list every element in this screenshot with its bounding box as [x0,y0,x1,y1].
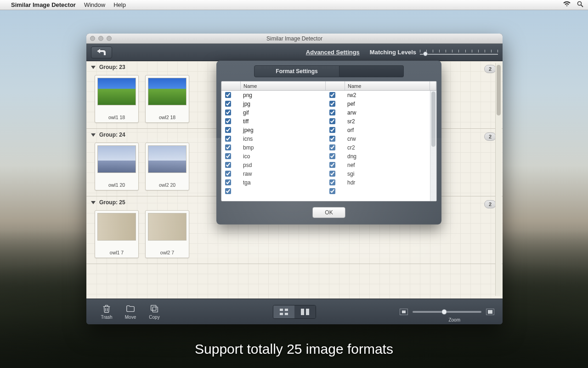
format-checkbox[interactable] [225,171,231,177]
svg-rect-10 [402,310,406,313]
format-row[interactable]: png [221,91,326,99]
format-row[interactable]: orf [326,126,430,134]
header-checkbox-col[interactable] [221,81,241,90]
format-row[interactable]: gif [221,108,326,117]
format-row[interactable] [221,187,326,196]
format-row[interactable]: arw [326,108,430,117]
format-checkbox[interactable] [225,101,231,107]
format-checkbox[interactable] [329,144,335,150]
format-checkbox[interactable] [225,118,231,124]
format-checkbox[interactable] [225,144,231,150]
format-checkbox[interactable] [329,92,335,98]
format-checkbox[interactable] [329,153,335,159]
format-row[interactable]: icns [221,134,326,143]
format-checkbox[interactable] [329,101,335,107]
slider-thumb[interactable] [423,52,428,56]
zoom-in-button[interactable] [486,309,494,315]
format-checkbox[interactable] [225,153,231,159]
format-row[interactable]: nef [326,161,430,169]
zoom-out-button[interactable] [400,309,408,315]
thumbnail-card[interactable]: owl1 20 [95,143,139,190]
matching-levels-slider[interactable] [420,48,498,57]
table-scrollbar[interactable] [430,91,436,201]
scrollbar-handle[interactable] [497,65,501,115]
format-checkbox[interactable] [225,162,231,168]
copy-icon [149,304,159,314]
trash-button[interactable]: Trash [95,304,119,320]
format-checkbox[interactable] [225,127,231,133]
format-checkbox[interactable] [225,92,231,98]
format-checkbox[interactable] [329,136,335,142]
disclosure-triangle-icon[interactable] [91,66,96,69]
format-row[interactable] [326,187,430,196]
grid-view-button[interactable] [273,305,294,318]
group-name: Group: 23 [99,64,125,70]
format-row[interactable]: dng [326,152,430,161]
header-checkbox-col-2[interactable] [326,81,345,90]
header-name-left[interactable]: Name [241,81,326,90]
format-row[interactable]: ico [221,152,326,161]
format-row[interactable]: hdr [326,178,430,187]
format-checkbox[interactable] [225,179,231,185]
disclosure-triangle-icon[interactable] [91,133,96,137]
copy-button[interactable]: Copy [142,304,166,320]
format-checkbox[interactable] [329,127,335,133]
back-button[interactable] [91,46,112,58]
thumbnail-card[interactable]: owl2 20 [145,143,189,190]
thumbnail-card[interactable]: owl1 18 [95,75,139,123]
format-row[interactable]: bmp [221,143,326,152]
matching-levels-label: Matching Levels [370,49,416,56]
format-settings-popover: Format Settings Name Name pngjpggiftiffj… [216,61,441,224]
table-scrollbar-handle[interactable] [431,92,435,147]
wifi-icon[interactable] [563,1,571,9]
zoom-thumb[interactable] [441,309,447,315]
format-row[interactable]: sgi [326,169,430,178]
menubar-item-help[interactable]: Help [113,1,126,8]
move-button[interactable]: Move [119,304,142,320]
format-row[interactable]: jpg [221,99,326,108]
menubar-app-name[interactable]: Similar Image Detector [11,1,76,8]
format-name: sgi [347,171,354,177]
format-row[interactable]: raw [221,169,326,178]
empty-tab[interactable] [339,65,404,77]
svg-rect-9 [306,309,309,315]
advanced-settings-link[interactable]: Advanced Settings [306,49,360,56]
format-row[interactable]: tiff [221,117,326,126]
thumbnail-card[interactable]: owl2 18 [145,75,189,123]
zoom-slider[interactable] [413,311,481,313]
table-header: Name Name [221,81,436,91]
format-row[interactable]: sr2 [326,117,430,126]
format-row[interactable]: tga [221,178,326,187]
header-name-right[interactable]: Name [345,81,430,90]
format-checkbox[interactable] [329,118,335,124]
format-row[interactable]: cr2 [326,143,430,152]
menubar-item-window[interactable]: Window [84,1,105,8]
format-name: gif [243,109,249,116]
format-checkbox[interactable] [225,136,231,142]
compare-view-button[interactable] [294,305,316,318]
thumbnail-card[interactable]: owl1 7 [95,210,139,258]
format-checkbox[interactable] [329,162,335,168]
zoom-label: Zoom [448,317,460,322]
view-mode-segmented[interactable] [273,305,316,319]
format-row[interactable]: rw2 [326,91,430,99]
format-row[interactable]: pef [326,99,430,108]
ok-button[interactable]: OK [312,207,345,218]
thumbnail-card[interactable]: owl2 7 [145,210,189,258]
format-row[interactable]: psd [221,161,326,169]
format-name: tiff [243,118,249,125]
format-checkbox[interactable] [329,109,335,115]
format-row[interactable]: jpeg [221,126,326,134]
format-settings-tab[interactable]: Format Settings [254,65,339,77]
traffic-lights[interactable] [90,36,112,41]
titlebar[interactable]: Similar Image Detector [86,34,503,44]
disclosure-triangle-icon[interactable] [91,201,96,204]
spotlight-icon[interactable] [577,1,583,9]
format-row[interactable]: crw [326,134,430,143]
format-checkbox[interactable] [225,109,231,115]
format-checkbox[interactable] [329,188,335,194]
vertical-scrollbar[interactable] [495,63,502,296]
format-checkbox[interactable] [225,188,231,194]
format-checkbox[interactable] [329,179,335,185]
format-checkbox[interactable] [329,171,335,177]
